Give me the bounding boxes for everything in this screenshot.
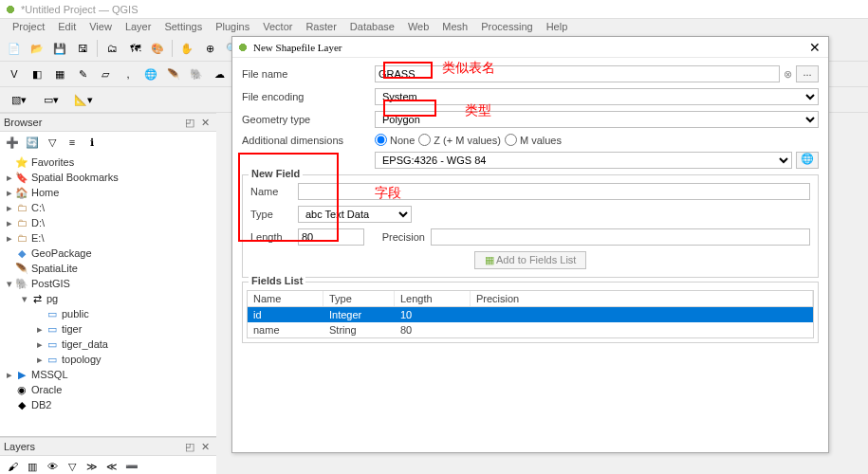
tree-item[interactable]: ▸▭tiger — [0, 321, 216, 337]
table-row[interactable]: idInteger10 — [248, 307, 813, 322]
remove-layer-icon[interactable]: ➖ — [123, 458, 140, 474]
tree-item[interactable]: ▭public — [0, 306, 216, 321]
menu-project[interactable]: Project — [6, 19, 51, 36]
menu-web[interactable]: Web — [401, 19, 435, 36]
dim-none-radio[interactable]: None — [375, 134, 415, 146]
edit-toggle-icon[interactable]: ✎ — [72, 64, 93, 84]
dialog-close-icon[interactable]: ✕ — [805, 40, 824, 55]
fields-list-legend: Fields List — [249, 275, 305, 286]
menu-processing[interactable]: Processing — [474, 19, 539, 36]
add-raster-icon[interactable]: ◧ — [27, 64, 47, 84]
geometry-type-label: Geometry type — [242, 114, 375, 125]
layout-icon[interactable]: 🗂 — [102, 38, 122, 59]
menu-plugins[interactable]: Plugins — [209, 19, 256, 36]
clear-icon[interactable]: ⊗ — [784, 68, 792, 81]
tree-item[interactable]: ◉Oracle — [0, 382, 216, 397]
menu-help[interactable]: Help — [540, 19, 575, 36]
tree-item[interactable]: ▸▭topology — [0, 352, 216, 367]
expand-layers-icon[interactable]: ≫ — [83, 458, 101, 474]
menu-layer[interactable]: Layer — [119, 19, 158, 36]
collapse-layers-icon[interactable]: ≪ — [103, 458, 120, 474]
tree-item[interactable]: ▾⇄pg — [0, 291, 216, 306]
layers-close-icon[interactable]: ✕ — [197, 440, 212, 453]
add-ows-icon[interactable]: ☁ — [209, 64, 230, 84]
col-header[interactable]: Type — [323, 291, 395, 306]
tree-item[interactable]: ▸🗀D:\ — [0, 215, 216, 230]
browser-tree[interactable]: ⭐Favorites▸🔖Spatial Bookmarks▸🏠Home▸🗀C:\… — [0, 153, 216, 436]
table-row[interactable]: nameString80 — [248, 322, 813, 337]
tree-item[interactable]: ▾🐘PostGIS — [0, 276, 216, 291]
col-header[interactable]: Length — [395, 291, 471, 306]
window-titlebar: *Untitled Project — QGIS — [0, 0, 868, 19]
tree-item[interactable]: ▸🔖Spatial Bookmarks — [0, 170, 216, 185]
add-spatialite-icon[interactable]: 🪶 — [163, 64, 184, 84]
tree-item[interactable]: ◆DB2 — [0, 397, 216, 412]
dim-m-radio[interactable]: M values — [505, 134, 562, 146]
crs-select[interactable]: EPSG:4326 - WGS 84 — [375, 152, 792, 169]
crs-picker-button[interactable]: 🌐 — [796, 152, 819, 169]
tree-item[interactable]: ◆GeoPackage — [0, 246, 216, 261]
file-name-input[interactable] — [375, 65, 780, 82]
properties-icon[interactable]: ℹ — [83, 134, 101, 151]
save-as-icon[interactable]: 🖫 — [72, 38, 93, 59]
pan-selection-icon[interactable]: ⊕ — [199, 38, 220, 59]
browser-label: Browser — [4, 117, 182, 128]
tree-item[interactable]: ▸▶MSSQL — [0, 367, 216, 382]
new-project-icon[interactable]: 📄 — [4, 38, 25, 59]
open-project-icon[interactable]: 📂 — [27, 38, 47, 59]
add-fields-button[interactable]: ▦ Add to Fields List — [474, 251, 587, 269]
tree-item[interactable]: ▸🗀E:\ — [0, 230, 216, 246]
fields-table[interactable]: NameTypeLengthPrecision idInteger10nameS… — [247, 290, 814, 338]
geometry-type-select[interactable]: Polygon — [375, 111, 819, 128]
menu-vector[interactable]: Vector — [256, 19, 299, 36]
layers-toolbar: 🖌 ▥ 👁 ▽ ≫ ≪ ➖ — [0, 456, 216, 474]
field-length-label: Length — [250, 231, 298, 243]
collapse-icon[interactable]: ≡ — [64, 134, 81, 151]
file-name-label: File name — [242, 68, 375, 80]
tree-item[interactable]: ▸🏠Home — [0, 185, 216, 200]
layers-undock-icon[interactable]: ◰ — [182, 440, 197, 453]
style-icon[interactable]: 🖌 — [4, 458, 21, 474]
refresh-icon[interactable]: 🔄 — [24, 134, 41, 151]
file-encoding-select[interactable]: System — [375, 88, 819, 105]
col-header[interactable]: Name — [248, 291, 323, 306]
browse-button[interactable]: ... — [796, 65, 819, 82]
add-vector-icon[interactable]: V — [4, 64, 25, 84]
menu-edit[interactable]: Edit — [51, 19, 83, 36]
save-project-icon[interactable]: 💾 — [49, 38, 70, 59]
menu-settings[interactable]: Settings — [157, 19, 209, 36]
tree-item[interactable]: 🪶SpatiaLite — [0, 261, 216, 276]
select-dropdown-icon[interactable]: ▭▾ — [36, 89, 66, 110]
new-shapefile-dialog: New Shapefile Layer ✕ File name ⊗ ... Fi… — [231, 36, 829, 453]
filter-layers-icon[interactable]: ▽ — [64, 458, 81, 474]
browser-close-icon[interactable]: ✕ — [197, 116, 212, 129]
dim-zm-radio[interactable]: Z (+ M values) — [418, 134, 501, 146]
pan-icon[interactable]: ✋ — [176, 38, 197, 59]
field-length-input[interactable] — [298, 228, 364, 246]
add-postgis-icon[interactable]: 🐘 — [186, 64, 207, 84]
add-feature-icon[interactable]: ▱ — [95, 64, 116, 84]
col-header[interactable]: Precision — [471, 291, 813, 306]
add-layer-icon[interactable]: ➕ — [4, 134, 21, 151]
measure-dropdown-icon[interactable]: 📐▾ — [68, 89, 99, 110]
layout-manager-icon[interactable]: 🗺 — [124, 38, 145, 59]
menu-database[interactable]: Database — [343, 19, 401, 36]
style-manager-icon[interactable]: 🎨 — [147, 38, 168, 59]
field-precision-input[interactable] — [431, 228, 810, 246]
visibility-icon[interactable]: 👁 — [44, 458, 61, 474]
field-name-input[interactable] — [298, 183, 810, 200]
browser-undock-icon[interactable]: ◰ — [182, 116, 197, 129]
add-mesh-icon[interactable]: ▦ — [49, 64, 70, 84]
menu-raster[interactable]: Raster — [299, 19, 342, 36]
menu-view[interactable]: View — [83, 19, 119, 36]
tree-item[interactable]: ⭐Favorites — [0, 155, 216, 170]
tree-item[interactable]: ▸▭tiger_data — [0, 337, 216, 352]
digitize-dropdown-icon[interactable]: ▧▾ — [4, 89, 34, 110]
field-type-select[interactable]: abc Text Data — [298, 206, 412, 223]
filter-icon[interactable]: ▽ — [44, 134, 61, 151]
add-wms-icon[interactable]: 🌐 — [140, 64, 161, 84]
add-csv-icon[interactable]: , — [118, 64, 139, 84]
menu-mesh[interactable]: Mesh — [435, 19, 474, 36]
add-group-icon[interactable]: ▥ — [24, 458, 41, 474]
tree-item[interactable]: ▸🗀C:\ — [0, 200, 216, 215]
